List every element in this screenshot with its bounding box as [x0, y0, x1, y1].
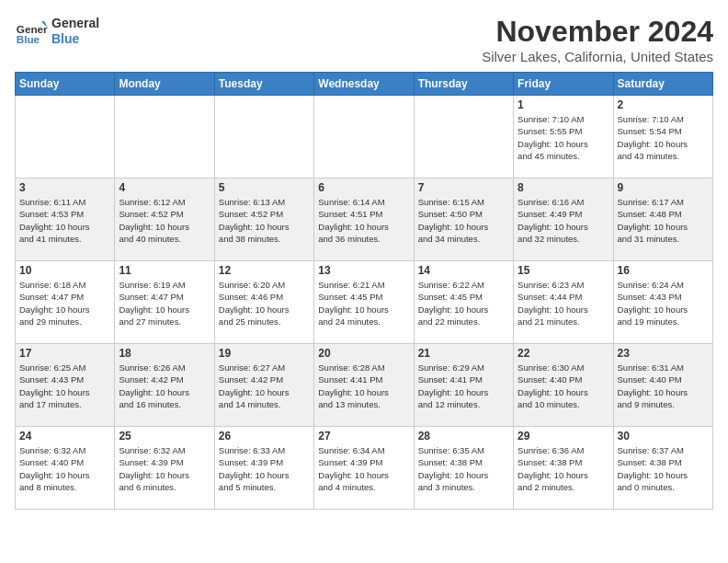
logo: General Blue General Blue — [15, 15, 99, 48]
day-number: 16 — [618, 264, 709, 277]
logo-icon: General Blue — [15, 15, 48, 48]
day-number: 6 — [318, 181, 409, 194]
day-number: 9 — [618, 181, 709, 194]
header-row: SundayMondayTuesdayWednesdayThursdayFrid… — [16, 73, 713, 96]
calendar-cell: 12Sunrise: 6:20 AM Sunset: 4:46 PM Dayli… — [214, 261, 313, 344]
day-info: Sunrise: 6:16 AM Sunset: 4:49 PM Dayligh… — [518, 196, 609, 245]
calendar-cell: 11Sunrise: 6:19 AM Sunset: 4:47 PM Dayli… — [115, 261, 214, 344]
calendar-cell: 18Sunrise: 6:26 AM Sunset: 4:42 PM Dayli… — [115, 344, 214, 427]
week-row-0: 1Sunrise: 7:10 AM Sunset: 5:55 PM Daylig… — [16, 96, 713, 178]
day-number: 12 — [219, 264, 310, 277]
day-number: 5 — [219, 181, 310, 194]
day-info: Sunrise: 6:23 AM Sunset: 4:44 PM Dayligh… — [518, 279, 609, 327]
calendar-cell: 27Sunrise: 6:34 AM Sunset: 4:39 PM Dayli… — [314, 427, 414, 510]
day-info: Sunrise: 7:10 AM Sunset: 5:55 PM Dayligh… — [518, 113, 609, 162]
calendar-cell: 17Sunrise: 6:25 AM Sunset: 4:43 PM Dayli… — [16, 344, 115, 427]
week-row-1: 3Sunrise: 6:11 AM Sunset: 4:53 PM Daylig… — [16, 178, 713, 261]
calendar-cell: 2Sunrise: 7:10 AM Sunset: 5:54 PM Daylig… — [613, 96, 712, 178]
day-number: 7 — [418, 181, 509, 194]
calendar-cell: 10Sunrise: 6:18 AM Sunset: 4:47 PM Dayli… — [16, 261, 115, 344]
day-number: 4 — [119, 181, 210, 194]
calendar-cell: 26Sunrise: 6:33 AM Sunset: 4:39 PM Dayli… — [214, 427, 313, 510]
day-number: 25 — [119, 430, 210, 442]
day-info: Sunrise: 6:28 AM Sunset: 4:41 PM Dayligh… — [318, 362, 409, 410]
calendar-cell: 28Sunrise: 6:35 AM Sunset: 4:38 PM Dayli… — [414, 427, 513, 510]
day-info: Sunrise: 6:12 AM Sunset: 4:52 PM Dayligh… — [119, 196, 210, 245]
week-row-4: 24Sunrise: 6:32 AM Sunset: 4:40 PM Dayli… — [16, 427, 713, 510]
calendar-cell: 13Sunrise: 6:21 AM Sunset: 4:45 PM Dayli… — [314, 261, 414, 344]
week-row-3: 17Sunrise: 6:25 AM Sunset: 4:43 PM Dayli… — [16, 344, 713, 427]
calendar-cell: 30Sunrise: 6:37 AM Sunset: 4:38 PM Dayli… — [613, 427, 712, 510]
calendar-cell: 6Sunrise: 6:14 AM Sunset: 4:51 PM Daylig… — [314, 178, 414, 261]
day-number: 15 — [518, 264, 609, 277]
calendar-cell — [16, 96, 115, 178]
calendar-body: 1Sunrise: 7:10 AM Sunset: 5:55 PM Daylig… — [16, 96, 713, 510]
day-info: Sunrise: 6:18 AM Sunset: 4:47 PM Dayligh… — [19, 279, 110, 327]
day-number: 20 — [318, 347, 409, 360]
day-info: Sunrise: 6:22 AM Sunset: 4:45 PM Dayligh… — [418, 279, 509, 327]
day-number: 17 — [19, 347, 110, 360]
day-number: 10 — [19, 264, 110, 277]
day-info: Sunrise: 6:30 AM Sunset: 4:40 PM Dayligh… — [518, 362, 609, 410]
calendar-cell: 1Sunrise: 7:10 AM Sunset: 5:55 PM Daylig… — [514, 96, 613, 178]
day-number: 13 — [318, 264, 409, 277]
day-number: 26 — [219, 430, 310, 442]
day-number: 1 — [518, 98, 609, 111]
day-info: Sunrise: 6:32 AM Sunset: 4:39 PM Dayligh… — [119, 444, 210, 493]
day-number: 22 — [518, 347, 609, 360]
day-info: Sunrise: 6:21 AM Sunset: 4:45 PM Dayligh… — [318, 279, 409, 327]
header-sunday: Sunday — [16, 73, 115, 96]
day-info: Sunrise: 6:14 AM Sunset: 4:51 PM Dayligh… — [318, 196, 409, 245]
calendar-cell: 24Sunrise: 6:32 AM Sunset: 4:40 PM Dayli… — [16, 427, 115, 510]
calendar-cell: 22Sunrise: 6:30 AM Sunset: 4:40 PM Dayli… — [514, 344, 613, 427]
calendar-table: SundayMondayTuesdayWednesdayThursdayFrid… — [15, 72, 713, 510]
calendar-cell: 21Sunrise: 6:29 AM Sunset: 4:41 PM Dayli… — [414, 344, 513, 427]
day-info: Sunrise: 6:17 AM Sunset: 4:48 PM Dayligh… — [618, 196, 709, 245]
day-number: 21 — [418, 347, 509, 360]
header-friday: Friday — [514, 73, 613, 96]
day-info: Sunrise: 6:37 AM Sunset: 4:38 PM Dayligh… — [618, 444, 709, 493]
day-info: Sunrise: 6:19 AM Sunset: 4:47 PM Dayligh… — [119, 279, 210, 327]
day-info: Sunrise: 6:35 AM Sunset: 4:38 PM Dayligh… — [418, 444, 509, 493]
logo-text: General Blue — [51, 16, 99, 47]
day-info: Sunrise: 6:24 AM Sunset: 4:43 PM Dayligh… — [618, 279, 709, 327]
day-info: Sunrise: 6:29 AM Sunset: 4:41 PM Dayligh… — [418, 362, 509, 410]
day-info: Sunrise: 6:32 AM Sunset: 4:40 PM Dayligh… — [19, 444, 110, 493]
day-info: Sunrise: 6:34 AM Sunset: 4:39 PM Dayligh… — [318, 444, 409, 493]
calendar-cell: 25Sunrise: 6:32 AM Sunset: 4:39 PM Dayli… — [115, 427, 214, 510]
day-number: 28 — [418, 430, 509, 442]
day-number: 27 — [318, 430, 409, 442]
day-number: 30 — [618, 430, 709, 442]
month-title: November 2024 — [482, 15, 713, 49]
day-info: Sunrise: 6:26 AM Sunset: 4:42 PM Dayligh… — [119, 362, 210, 410]
day-number: 11 — [119, 264, 210, 277]
calendar-cell — [314, 96, 414, 178]
day-number: 19 — [219, 347, 310, 360]
calendar-cell: 19Sunrise: 6:27 AM Sunset: 4:42 PM Dayli… — [214, 344, 313, 427]
header-saturday: Saturday — [613, 73, 712, 96]
calendar-cell: 4Sunrise: 6:12 AM Sunset: 4:52 PM Daylig… — [115, 178, 214, 261]
day-info: Sunrise: 6:33 AM Sunset: 4:39 PM Dayligh… — [219, 444, 310, 493]
day-number: 29 — [518, 430, 609, 442]
day-info: Sunrise: 6:11 AM Sunset: 4:53 PM Dayligh… — [19, 196, 110, 245]
calendar-header: SundayMondayTuesdayWednesdayThursdayFrid… — [16, 73, 713, 96]
day-info: Sunrise: 6:36 AM Sunset: 4:38 PM Dayligh… — [518, 444, 609, 493]
day-info: Sunrise: 6:31 AM Sunset: 4:40 PM Dayligh… — [618, 362, 709, 410]
header-thursday: Thursday — [414, 73, 513, 96]
week-row-2: 10Sunrise: 6:18 AM Sunset: 4:47 PM Dayli… — [16, 261, 713, 344]
calendar-cell: 14Sunrise: 6:22 AM Sunset: 4:45 PM Dayli… — [414, 261, 513, 344]
day-number: 3 — [19, 181, 110, 194]
calendar-cell: 5Sunrise: 6:13 AM Sunset: 4:52 PM Daylig… — [214, 178, 313, 261]
calendar-cell — [414, 96, 513, 178]
header-wednesday: Wednesday — [314, 73, 414, 96]
calendar-cell: 7Sunrise: 6:15 AM Sunset: 4:50 PM Daylig… — [414, 178, 513, 261]
day-number: 18 — [119, 347, 210, 360]
calendar-cell — [115, 96, 214, 178]
calendar-cell: 15Sunrise: 6:23 AM Sunset: 4:44 PM Dayli… — [514, 261, 613, 344]
calendar-cell: 3Sunrise: 6:11 AM Sunset: 4:53 PM Daylig… — [16, 178, 115, 261]
calendar-cell — [214, 96, 313, 178]
header-tuesday: Tuesday — [214, 73, 313, 96]
day-number: 24 — [19, 430, 110, 442]
svg-text:Blue: Blue — [17, 33, 40, 45]
calendar-cell: 20Sunrise: 6:28 AM Sunset: 4:41 PM Dayli… — [314, 344, 414, 427]
